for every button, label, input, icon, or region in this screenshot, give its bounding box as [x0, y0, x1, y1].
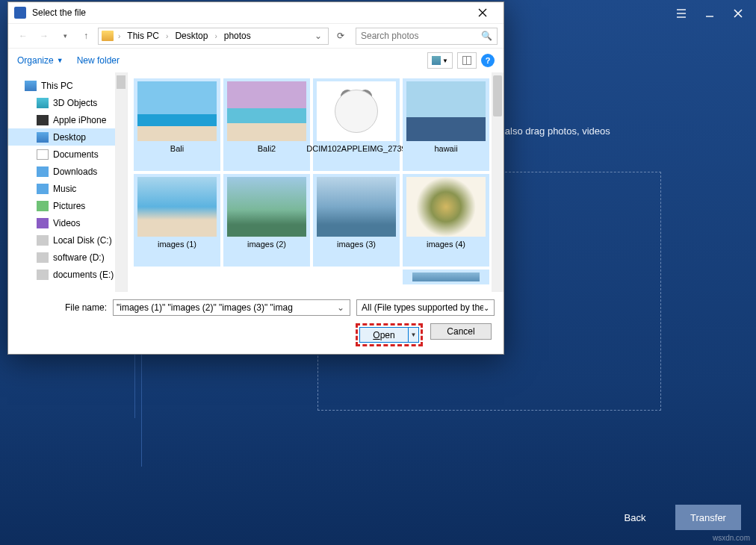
file-open-dialog: Select the file ← → ▾ ↑ › This PC › Desk… — [7, 1, 504, 355]
thumbnail-image — [406, 81, 486, 141]
tree-item-label: Apple iPhone — [53, 115, 106, 125]
file-thumbnail[interactable]: hawaii — [403, 78, 489, 171]
new-folder-button[interactable]: New folder — [77, 55, 120, 66]
folder-tree: This PC3D ObjectsApple iPhoneDesktopDocu… — [8, 72, 128, 292]
tree-item[interactable]: documents (E:) — [8, 266, 127, 283]
chevron-down-icon[interactable]: ⌄ — [334, 302, 347, 313]
thumbnail-image — [317, 81, 396, 141]
file-label: DCIM102APPLEIMG_2739 — [306, 144, 406, 154]
preview-pane-button[interactable] — [457, 52, 477, 69]
folder-icon — [37, 201, 49, 211]
folder-icon — [25, 81, 37, 91]
tree-item-label: This PC — [41, 81, 73, 91]
back-button[interactable]: Back — [602, 505, 668, 530]
thumbnail-image — [406, 177, 486, 237]
filename-input[interactable]: ⌄ — [113, 299, 350, 316]
open-dropdown[interactable]: ▼ — [409, 327, 419, 343]
tree-item[interactable]: Downloads — [8, 163, 127, 180]
refresh-icon[interactable]: ⟳ — [332, 27, 350, 45]
list-icon[interactable] — [674, 6, 689, 21]
folder-icon — [37, 132, 49, 143]
dialog-body: This PC3D ObjectsApple iPhoneDesktopDocu… — [8, 72, 504, 292]
tree-item[interactable]: Documents — [8, 146, 127, 163]
chevron-right-icon: › — [117, 32, 122, 40]
file-label: images (2) — [247, 240, 286, 249]
file-thumbnail[interactable]: images (2) — [223, 174, 310, 267]
dialog-footer: File name: ⌄ All (File types supported b… — [8, 292, 504, 354]
tree-item[interactable]: Pictures — [8, 197, 127, 214]
chevron-right-icon: › — [164, 32, 170, 40]
tree-item[interactable]: Apple iPhone — [8, 111, 127, 128]
chevron-right-icon: › — [213, 32, 218, 40]
breadcrumb[interactable]: › This PC › Desktop › photos ⌄ — [98, 28, 329, 45]
file-label: Bali — [170, 144, 184, 154]
dialog-titlebar: Select the file — [8, 2, 504, 23]
file-thumbnail[interactable] — [403, 270, 489, 284]
view-mode-button[interactable]: ▼ — [427, 52, 453, 69]
open-button[interactable]: Open — [359, 327, 409, 343]
breadcrumb-photos[interactable]: photos — [222, 31, 253, 41]
grid-scrollbar[interactable] — [492, 72, 504, 292]
tree-item[interactable]: Local Disk (C:) — [8, 231, 127, 249]
tree-item-label: Documents — [53, 149, 99, 160]
tree-item[interactable]: Desktop — [8, 128, 127, 146]
minimize-icon[interactable] — [702, 6, 717, 21]
tree-item-label: Pictures — [53, 201, 85, 211]
tree-item-label: Local Disk (C:) — [53, 235, 112, 246]
file-label: hawaii — [434, 144, 457, 154]
toolbar-row: Organize▼ New folder ▼ ? — [8, 49, 504, 72]
file-thumbnail[interactable]: images (4) — [403, 174, 489, 267]
tree-item-label: documents (E:) — [53, 270, 114, 280]
file-thumbnail[interactable]: Bali — [134, 78, 220, 171]
tree-item[interactable]: software (D:) — [8, 249, 127, 266]
breadcrumb-desktop[interactable]: Desktop — [173, 31, 210, 41]
tree-item-label: Music — [53, 184, 76, 194]
app-icon — [14, 7, 26, 19]
file-thumbnail[interactable]: images (3) — [313, 174, 400, 267]
dialog-close-button[interactable] — [468, 2, 498, 23]
filetype-value: All (File types supported by the — [362, 302, 483, 313]
folder-icon — [37, 252, 49, 263]
chevron-down-icon[interactable]: ▾ — [56, 27, 74, 45]
tree-item[interactable]: 3D Objects — [8, 94, 127, 111]
organize-menu[interactable]: Organize▼ — [17, 55, 63, 66]
file-label: images (1) — [158, 240, 196, 249]
filetype-select[interactable]: All (File types supported by the ⌄ — [356, 299, 495, 316]
filename-field[interactable] — [117, 302, 334, 313]
tree-item[interactable]: Videos — [8, 214, 127, 231]
tree-item[interactable]: Music — [8, 180, 127, 197]
thumbnail-image — [317, 177, 396, 237]
cancel-button[interactable]: Cancel — [430, 323, 492, 340]
chevron-down-icon[interactable]: ⌄ — [312, 31, 325, 41]
nav-up-icon[interactable]: ↑ — [77, 27, 95, 45]
tree-scrollbar[interactable] — [115, 72, 127, 292]
file-label: images (4) — [427, 240, 465, 249]
tree-item[interactable]: This PC — [8, 77, 127, 94]
folder-icon — [37, 184, 49, 194]
nav-back-icon[interactable]: ← — [14, 27, 32, 45]
tree-item-label: Videos — [53, 218, 80, 228]
file-thumbnail[interactable]: DCIM102APPLEIMG_2739 — [313, 78, 400, 171]
search-input[interactable]: 🔍 — [356, 28, 498, 45]
watermark: wsxdn.com — [713, 534, 750, 542]
transfer-button[interactable]: Transfer — [675, 505, 741, 530]
chevron-down-icon[interactable]: ⌄ — [483, 304, 489, 312]
file-thumbnail[interactable]: images (1) — [134, 174, 220, 267]
dialog-title: Select the file — [32, 7, 462, 18]
thumbnail-image — [227, 177, 306, 237]
close-icon[interactable] — [731, 6, 746, 21]
file-label: images (3) — [337, 240, 376, 249]
folder-icon — [102, 31, 114, 41]
tree-item-label: 3D Objects — [53, 98, 97, 108]
folder-icon — [37, 115, 49, 125]
search-field[interactable] — [361, 31, 481, 41]
thumbnail-image — [137, 81, 217, 141]
nav-forward-icon[interactable]: → — [35, 27, 53, 45]
help-icon[interactable]: ? — [481, 54, 495, 67]
file-thumbnail[interactable]: Bali2 — [223, 78, 310, 171]
nav-row: ← → ▾ ↑ › This PC › Desktop › photos ⌄ ⟳… — [8, 23, 504, 49]
thumbnail-image — [137, 177, 217, 237]
search-icon[interactable]: 🔍 — [481, 31, 492, 41]
filename-label: File name: — [17, 302, 107, 313]
breadcrumb-root[interactable]: This PC — [125, 31, 161, 41]
